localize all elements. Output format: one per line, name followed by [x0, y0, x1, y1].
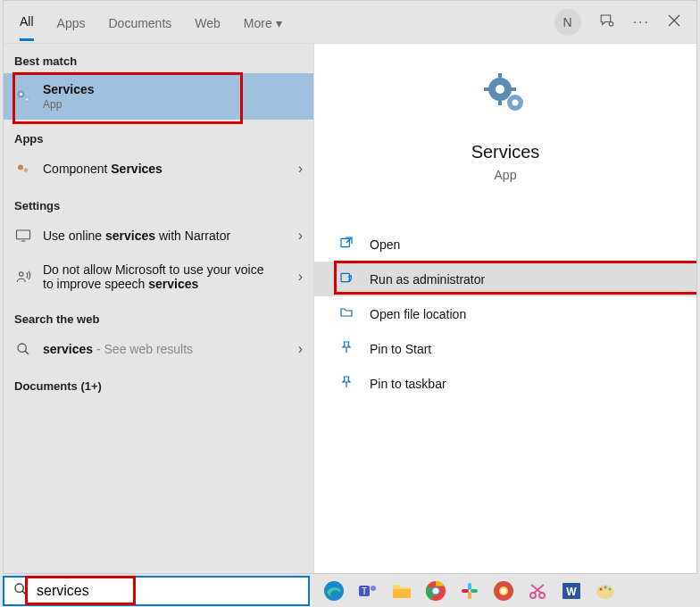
- svg-point-7: [18, 165, 23, 170]
- section-best-match: Best match: [4, 44, 313, 73]
- svg-point-52: [604, 586, 607, 589]
- svg-point-12: [18, 344, 26, 352]
- action-pin-to-start[interactable]: Pin to Start: [314, 331, 696, 366]
- action-label: Pin to taskbar: [370, 377, 446, 391]
- chevron-right-icon: ›: [298, 161, 303, 177]
- svg-rect-37: [468, 583, 471, 590]
- taskbar-icons: T W: [321, 578, 619, 604]
- result-services-app[interactable]: Services App: [4, 73, 313, 120]
- svg-point-4: [20, 93, 22, 96]
- result-title: Use online services with Narrator: [43, 229, 230, 243]
- svg-rect-22: [341, 238, 349, 246]
- feedback-icon[interactable]: [599, 12, 615, 32]
- result-title: Services: [43, 82, 95, 96]
- search-input[interactable]: [37, 583, 299, 599]
- admin-shield-icon: [339, 270, 355, 287]
- svg-rect-17: [498, 100, 502, 105]
- svg-rect-38: [471, 589, 478, 593]
- chevron-right-icon: ›: [298, 269, 303, 285]
- svg-point-8: [24, 168, 29, 172]
- svg-point-53: [609, 588, 612, 591]
- taskbar-search-box[interactable]: [3, 576, 310, 606]
- svg-line-28: [22, 591, 26, 595]
- svg-rect-9: [17, 230, 30, 239]
- result-subtitle: App: [43, 98, 95, 111]
- svg-rect-33: [393, 589, 411, 598]
- svg-line-13: [25, 351, 29, 354]
- person-voice-icon: [14, 268, 32, 286]
- tab-web[interactable]: Web: [195, 4, 221, 40]
- action-open[interactable]: Open: [314, 227, 696, 262]
- preview-title: Services: [471, 142, 540, 162]
- svg-point-29: [324, 581, 344, 601]
- edge-icon[interactable]: [321, 578, 347, 604]
- svg-text:T: T: [362, 586, 367, 596]
- svg-point-43: [501, 588, 506, 594]
- svg-point-15: [496, 85, 504, 94]
- chrome-canary-icon[interactable]: [490, 578, 517, 604]
- tab-apps[interactable]: Apps: [57, 4, 86, 40]
- svg-point-27: [15, 584, 23, 592]
- chevron-down-icon: ▾: [276, 16, 282, 30]
- chevron-right-icon: ›: [298, 341, 303, 357]
- chevron-right-icon: ›: [298, 228, 303, 244]
- result-speech-services[interactable]: Do not allow Microsoft to use your voice…: [4, 254, 313, 300]
- action-open-file-location[interactable]: Open file location: [314, 296, 696, 331]
- results-list: Best match Services App Apps Component S…: [4, 44, 313, 573]
- tab-all[interactable]: All: [20, 3, 34, 41]
- svg-rect-18: [484, 87, 489, 91]
- result-component-services[interactable]: Component Services ›: [4, 151, 313, 187]
- slack-icon[interactable]: [456, 578, 483, 604]
- result-title: Do not allow Microsoft to use your voice…: [43, 262, 266, 291]
- action-pin-to-taskbar[interactable]: Pin to taskbar: [314, 366, 696, 401]
- monitor-icon: [14, 227, 32, 245]
- close-icon[interactable]: [668, 14, 680, 30]
- svg-point-6: [26, 98, 29, 101]
- result-web-services[interactable]: services - See web results ›: [4, 331, 313, 367]
- svg-rect-24: [341, 273, 349, 281]
- result-title: Component Services: [43, 162, 162, 176]
- start-search-panel: All Apps Documents Web More ▾ N ··· Best…: [3, 0, 697, 574]
- svg-point-11: [20, 272, 24, 277]
- paint-icon[interactable]: [592, 578, 619, 604]
- gears-icon: [14, 87, 32, 105]
- tab-more[interactable]: More ▾: [244, 4, 282, 40]
- section-apps: Apps: [4, 120, 313, 151]
- section-documents: Documents (1+): [4, 367, 313, 398]
- pin-icon: [339, 340, 355, 357]
- action-label: Pin to Start: [370, 342, 431, 356]
- word-icon[interactable]: W: [558, 578, 585, 604]
- filter-tabs: All Apps Documents Web More ▾ N ···: [4, 1, 696, 44]
- svg-point-36: [433, 588, 439, 595]
- svg-rect-16: [498, 73, 502, 79]
- preview-pane: Services App Open Run as administrator: [313, 44, 696, 573]
- folder-icon: [339, 305, 355, 322]
- search-icon: [13, 582, 28, 600]
- gears-icon: [481, 71, 529, 119]
- section-search-web: Search the web: [4, 300, 313, 331]
- svg-point-32: [371, 586, 376, 591]
- action-label: Run as administrator: [370, 272, 485, 287]
- svg-point-21: [512, 100, 519, 106]
- result-title: services - See web results: [43, 342, 193, 356]
- action-label: Open file location: [370, 307, 466, 321]
- tab-documents[interactable]: Documents: [108, 4, 171, 40]
- search-icon: [14, 340, 32, 358]
- action-run-as-administrator[interactable]: Run as administrator: [314, 262, 696, 296]
- open-icon: [339, 236, 355, 253]
- teams-icon[interactable]: T: [354, 578, 381, 604]
- svg-point-51: [600, 588, 603, 591]
- result-narrator-services[interactable]: Use online services with Narrator ›: [4, 218, 313, 254]
- snip-sketch-icon[interactable]: [524, 578, 551, 604]
- action-list: Open Run as administrator Open file loca…: [314, 227, 696, 401]
- gears-icon: [14, 160, 32, 178]
- avatar[interactable]: N: [554, 9, 581, 36]
- more-options-icon[interactable]: ···: [633, 14, 650, 30]
- svg-rect-19: [511, 87, 516, 91]
- file-explorer-icon[interactable]: [388, 578, 415, 604]
- svg-rect-39: [468, 592, 471, 599]
- svg-rect-40: [462, 589, 469, 593]
- svg-point-0: [609, 21, 613, 26]
- chrome-icon[interactable]: [422, 578, 449, 604]
- action-label: Open: [370, 237, 400, 252]
